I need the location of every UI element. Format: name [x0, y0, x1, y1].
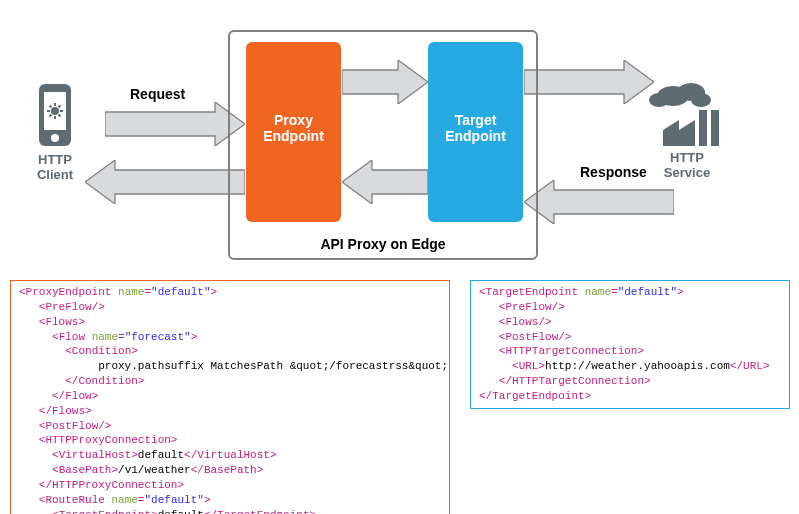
proxy-endpoint-xml: <ProxyEndpoint name="default"> <PreFlow/… [10, 280, 450, 514]
proxy-endpoint-l1: Proxy [246, 112, 341, 128]
svg-line-11 [59, 106, 61, 108]
arrow-service-to-target [524, 180, 674, 224]
target-endpoint-l1: Target [428, 112, 523, 128]
svg-line-8 [50, 106, 52, 108]
phone-icon [33, 82, 77, 152]
arrow-target-to-service [524, 60, 654, 104]
http-client: HTTP Client [33, 82, 77, 182]
target-endpoint-xml: <TargetEndpoint name="default"> <PreFlow… [470, 280, 790, 409]
arrow-proxy-to-client [85, 160, 245, 204]
svg-line-9 [59, 115, 61, 117]
diagram-area: HTTP Client HTTP Service Request Respons… [0, 0, 799, 270]
proxy-endpoint-l2: Endpoint [246, 128, 341, 144]
http-service: HTTP Service [643, 78, 731, 180]
factory-cloud-icon [643, 78, 731, 150]
response-label: Response [580, 164, 647, 180]
client-label-1: HTTP [33, 152, 77, 167]
service-label-1: HTTP [643, 150, 731, 165]
client-label-2: Client [33, 167, 77, 182]
container-label: API Proxy on Edge [230, 236, 536, 252]
target-endpoint-box: Target Endpoint [428, 42, 523, 222]
request-label: Request [130, 86, 185, 102]
svg-rect-17 [711, 110, 719, 146]
svg-point-3 [51, 107, 59, 115]
svg-point-2 [51, 134, 59, 142]
svg-rect-16 [699, 110, 707, 146]
arrow-client-to-proxy [105, 102, 245, 146]
proxy-endpoint-box: Proxy Endpoint [246, 42, 341, 222]
svg-point-15 [691, 93, 711, 107]
svg-line-10 [50, 115, 52, 117]
target-endpoint-l2: Endpoint [428, 128, 523, 144]
service-label-2: Service [643, 165, 731, 180]
